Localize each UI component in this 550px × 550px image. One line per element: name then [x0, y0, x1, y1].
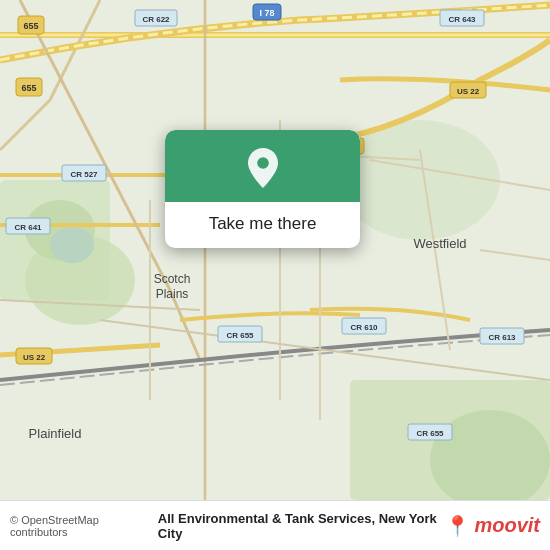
svg-text:I 78: I 78 [259, 8, 274, 18]
svg-text:CR 622: CR 622 [142, 15, 170, 24]
svg-text:US 22: US 22 [457, 87, 480, 96]
svg-text:CR 643: CR 643 [448, 15, 476, 24]
svg-text:655: 655 [23, 21, 38, 31]
svg-text:Scotch: Scotch [154, 272, 191, 286]
map-attribution: © OpenStreetMap contributors [10, 514, 150, 538]
svg-text:CR 527: CR 527 [70, 170, 98, 179]
moovit-logo: 📍 moovit [445, 514, 540, 538]
take-me-there-button[interactable]: Take me there [165, 202, 360, 248]
svg-text:CR 641: CR 641 [14, 223, 42, 232]
location-popup[interactable]: Take me there [165, 130, 360, 248]
svg-text:US 22: US 22 [23, 353, 46, 362]
moovit-brand-text: moovit [474, 514, 540, 537]
svg-text:CR 613: CR 613 [488, 333, 516, 342]
svg-text:Westfield: Westfield [413, 236, 466, 251]
map-background: 655 CR 622 I 78 CR 643 655 US 22 CR 527 … [0, 0, 550, 500]
svg-point-58 [257, 157, 269, 169]
svg-text:Plainfield: Plainfield [29, 426, 82, 441]
map-container[interactable]: 655 CR 622 I 78 CR 643 655 US 22 CR 527 … [0, 0, 550, 500]
svg-point-5 [340, 120, 500, 240]
popup-header [165, 130, 360, 202]
moovit-pin-icon: 📍 [445, 514, 470, 538]
location-title: All Environmental & Tank Services, New Y… [158, 511, 438, 541]
svg-text:655: 655 [21, 83, 36, 93]
bottom-bar: © OpenStreetMap contributors All Environ… [0, 500, 550, 550]
svg-rect-4 [0, 180, 110, 300]
svg-text:CR 610: CR 610 [350, 323, 378, 332]
svg-text:Plains: Plains [156, 287, 189, 301]
svg-text:CR 655: CR 655 [416, 429, 444, 438]
svg-text:CR 655: CR 655 [226, 331, 254, 340]
location-pin-icon [243, 148, 283, 188]
